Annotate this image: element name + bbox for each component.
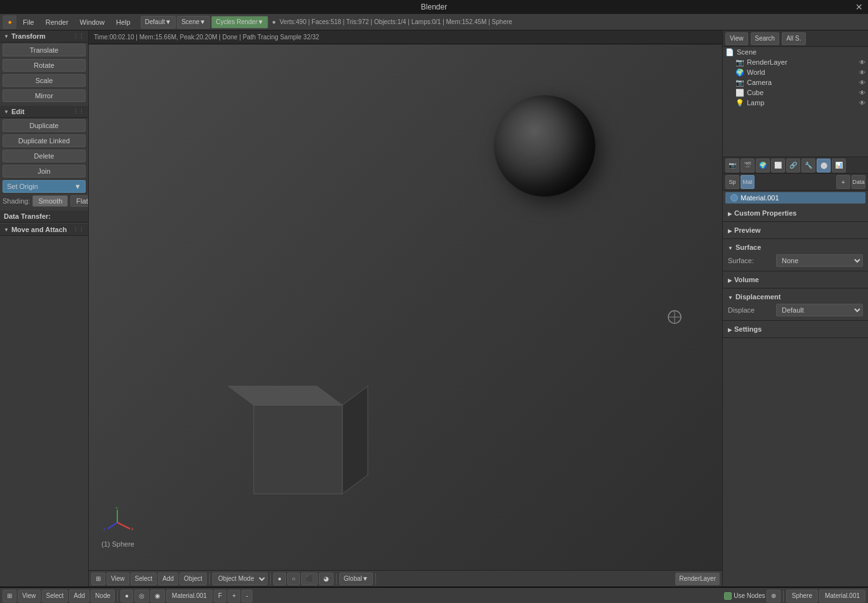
- transform-global[interactable]: Global ▼: [339, 573, 373, 585]
- outliner-item-camera[interactable]: 📷 Camera 👁: [723, 77, 868, 88]
- select-menu[interactable]: Select: [131, 573, 157, 585]
- render-icon-btn[interactable]: 📷: [725, 159, 739, 172]
- engine-selector[interactable]: Cycles Render ▼: [211, 16, 268, 29]
- outliner-item-cube[interactable]: ⬜ Cube 👁: [723, 88, 868, 98]
- settings-section: Settings: [723, 321, 868, 338]
- main-layout: Transform ⋮⋮ Translate Rotate Scale Mirr…: [0, 30, 868, 587]
- node-sphere-icon[interactable]: ●: [120, 590, 133, 602]
- node-zoom-icon[interactable]: ⊕: [767, 590, 781, 602]
- view-menu[interactable]: View: [107, 573, 129, 585]
- node-icon-2[interactable]: ◎: [134, 590, 149, 602]
- scene-icon-btn[interactable]: 🎬: [741, 159, 755, 172]
- surface-label: Surface: [735, 243, 761, 251]
- node-icon-3[interactable]: ◉: [150, 590, 165, 602]
- mirror-button[interactable]: Mirror: [3, 89, 86, 102]
- scale-button[interactable]: Scale: [3, 74, 86, 87]
- viewport-shading-texture[interactable]: ⬛: [301, 573, 318, 585]
- preview-header[interactable]: Preview: [725, 224, 865, 236]
- move-attach-toggle[interactable]: [4, 226, 9, 233]
- viewport-shading-solid[interactable]: ●: [273, 573, 286, 585]
- material-icon-btn[interactable]: ⬤: [817, 159, 831, 172]
- add-mat-btn[interactable]: +: [836, 175, 850, 189]
- constraint-icon-btn[interactable]: 🔗: [786, 159, 800, 172]
- object-mode-select[interactable]: Object Mode Edit Mode: [212, 573, 268, 585]
- scene-selector[interactable]: Scene ▼: [177, 16, 210, 29]
- modifier-icon-btn[interactable]: 🔧: [801, 159, 815, 172]
- scene-name: Scene: [737, 48, 756, 56]
- menu-file[interactable]: File: [18, 17, 39, 27]
- translate-button[interactable]: Translate: [3, 44, 86, 56]
- outliner-search[interactable]: Search: [751, 32, 780, 45]
- duplicate-button[interactable]: Duplicate: [3, 119, 86, 132]
- node-add-menu[interactable]: Add: [69, 590, 89, 602]
- blender-icon[interactable]: 🔸: [3, 15, 16, 29]
- settings-header[interactable]: Settings: [725, 323, 865, 335]
- node-node-menu[interactable]: Node: [91, 590, 115, 602]
- smooth-button[interactable]: Smooth: [32, 195, 68, 207]
- scene-icon: 📄: [725, 48, 734, 56]
- add-menu[interactable]: Add: [158, 573, 178, 585]
- minus-btn[interactable]: -: [242, 590, 252, 602]
- custom-properties-header[interactable]: Custom Properties: [725, 207, 865, 219]
- set-origin-button[interactable]: Set Origin ▼: [3, 180, 86, 193]
- node-editor-icon[interactable]: ⊞: [3, 590, 16, 602]
- edit-toggle-icon[interactable]: [4, 108, 9, 115]
- data-icon-btn[interactable]: 📊: [832, 159, 846, 172]
- eye-icon-camera[interactable]: 👁: [859, 79, 865, 86]
- data-icon2[interactable]: Data: [852, 175, 865, 189]
- eye-icon-renderlayer[interactable]: 👁: [859, 59, 865, 66]
- displace-select[interactable]: Default: [776, 304, 863, 316]
- use-nodes-checkbox[interactable]: [724, 592, 732, 600]
- viewport-canvas[interactable]: X Y Z (1) Sphere: [89, 44, 722, 570]
- eye-icon-cube[interactable]: 👁: [859, 89, 865, 96]
- svg-marker-0: [254, 405, 342, 494]
- node-view-menu[interactable]: View: [18, 590, 41, 602]
- duplicate-linked-button[interactable]: Duplicate Linked: [3, 134, 86, 147]
- outliner-all[interactable]: All S.: [782, 32, 805, 45]
- outliner-item-lamp[interactable]: 💡 Lamp 👁: [723, 98, 868, 108]
- flat-button[interactable]: Flat: [70, 195, 89, 207]
- outliner-item-scene[interactable]: 📄 Scene: [723, 47, 868, 57]
- plus-btn[interactable]: +: [228, 590, 240, 602]
- surface-header[interactable]: Surface: [725, 242, 865, 253]
- world-icon-btn[interactable]: 🌍: [756, 159, 770, 172]
- use-nodes-check[interactable]: Use Nodes: [724, 592, 765, 600]
- surface-row: Surface: None: [725, 253, 865, 268]
- viewport-shading-render[interactable]: ◕: [319, 573, 334, 585]
- eye-icon-lamp[interactable]: 👁: [859, 100, 865, 107]
- move-attach-header: Move and Attach ⋮⋮: [0, 224, 88, 236]
- cube-object: [216, 367, 380, 519]
- outliner-view[interactable]: View: [725, 32, 748, 45]
- object-icon-btn[interactable]: ⬜: [771, 159, 785, 172]
- delete-button[interactable]: Delete: [3, 150, 86, 162]
- surface-select[interactable]: None: [776, 254, 863, 267]
- menu-window[interactable]: Window: [75, 17, 110, 27]
- material-item[interactable]: Material.001: [725, 192, 865, 204]
- outliner-item-renderlayer[interactable]: 📷 RenderLayer 👁: [723, 57, 868, 67]
- mat-tab[interactable]: Mat: [741, 175, 755, 189]
- volume-header[interactable]: Volume: [725, 274, 865, 285]
- displacement-header[interactable]: Displacement: [725, 291, 865, 302]
- node-select-menu[interactable]: Select: [42, 590, 68, 602]
- svg-text:Z: Z: [115, 507, 119, 510]
- outliner-item-world[interactable]: 🌍 World 👁: [723, 67, 868, 77]
- transform-dots: ⋮⋮: [73, 33, 84, 39]
- rotate-button[interactable]: Rotate: [3, 59, 86, 72]
- menu-help[interactable]: Help: [111, 17, 136, 27]
- vp-icon-btn[interactable]: ⊞: [91, 573, 105, 585]
- right-panel: View Search All S. 📄 Scene 📷 RenderLayer…: [722, 30, 868, 587]
- close-button[interactable]: ✕: [855, 2, 863, 12]
- viewport-shading-wire[interactable]: ○: [287, 573, 300, 585]
- object-menu[interactable]: Object: [179, 573, 207, 585]
- edit-header: Edit ⋮⋮: [0, 106, 88, 118]
- sp-tab[interactable]: Sp: [725, 175, 739, 189]
- world-name: World: [747, 68, 765, 76]
- f-key-btn[interactable]: F: [214, 590, 226, 602]
- transform-toggle-icon[interactable]: [4, 33, 9, 39]
- viewport[interactable]: Time:00:02.10 | Mem:15.66M, Peak:20.20M …: [89, 30, 722, 587]
- menu-render[interactable]: Render: [41, 17, 74, 27]
- workspace-selector[interactable]: Default ▼: [141, 16, 176, 29]
- eye-icon-world[interactable]: 👁: [859, 69, 865, 76]
- join-button[interactable]: Join: [3, 165, 86, 178]
- node-editor: ⊞ View Select Add Node ● ◎ ◉ Material.00…: [0, 587, 868, 603]
